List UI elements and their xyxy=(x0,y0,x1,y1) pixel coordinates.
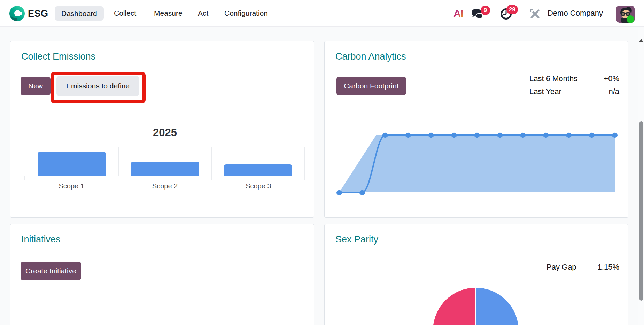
tools-icon[interactable] xyxy=(529,8,541,20)
scope1-label: Scope 1 xyxy=(25,182,118,190)
nav-item-configuration[interactable]: Configuration xyxy=(224,9,268,17)
initiatives-title: Initiatives xyxy=(21,234,61,245)
bar-chart-category-labels: Scope 1 Scope 2 Scope 3 xyxy=(25,182,305,190)
esg-app-logo-icon[interactable] xyxy=(9,6,25,22)
pay-gap-kpi: Pay Gap 1.15% xyxy=(546,261,619,273)
create-initiative-button[interactable]: Create Initiative xyxy=(21,262,81,280)
axis-tick xyxy=(118,176,118,180)
scope3-bar xyxy=(224,164,292,176)
sex-parity-card: Sex Parity Pay Gap 1.15% xyxy=(324,224,628,325)
kpi-value: 1.15% xyxy=(598,263,619,272)
ai-assistant-icon[interactable]: AI xyxy=(453,8,464,19)
app-name: ESG xyxy=(28,8,48,19)
bar-chart-year-title: 2025 xyxy=(25,126,305,139)
nav-item-collect[interactable]: Collect xyxy=(114,9,136,17)
carbon-analytics-card: Carbon Analytics Carbon Footprint Last 6… xyxy=(324,41,628,218)
top-navbar: ESG Dashboard Collect Measure Act Config… xyxy=(0,0,644,27)
company-switcher[interactable]: Demo Company xyxy=(548,9,603,18)
sex-parity-pie-chart xyxy=(433,288,519,325)
emissions-to-define-button[interactable]: Emissions to define xyxy=(56,76,139,96)
collect-emissions-title: Collect Emissions xyxy=(21,51,95,62)
axis-tick xyxy=(211,176,212,180)
emissions-bar-chart xyxy=(25,147,305,176)
collect-emissions-card: Collect Emissions New Emissions to defin… xyxy=(10,41,314,218)
online-status-dot xyxy=(627,15,634,23)
initiatives-card: Initiatives Create Initiative xyxy=(10,224,314,325)
nav-item-measure[interactable]: Measure xyxy=(154,9,183,17)
nav-item-act[interactable]: Act xyxy=(198,9,208,17)
activities-badge[interactable]: 29 xyxy=(506,5,518,14)
scope1-bar xyxy=(38,152,106,176)
new-emission-button[interactable]: New xyxy=(21,77,51,95)
scope3-label: Scope 3 xyxy=(212,182,305,190)
scope2-bar xyxy=(131,162,199,176)
scrollbar-thumb[interactable] xyxy=(639,121,643,301)
carbon-footprint-area-chart xyxy=(325,41,629,218)
messages-badge[interactable]: 9 xyxy=(481,6,490,15)
scrollbar-up-arrow-icon[interactable] xyxy=(639,39,643,42)
kpi-label: Pay Gap xyxy=(546,263,576,272)
nav-item-dashboard[interactable]: Dashboard xyxy=(55,6,104,21)
sex-parity-title: Sex Parity xyxy=(335,234,378,245)
scope2-label: Scope 2 xyxy=(118,182,211,190)
axis-tick xyxy=(304,176,305,180)
axis-tick xyxy=(24,176,25,180)
